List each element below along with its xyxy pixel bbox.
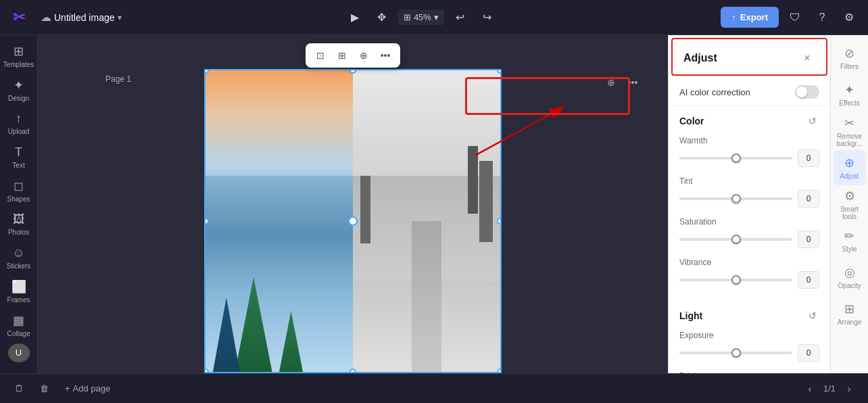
add-page-icon-button[interactable]: 🗒: [11, 381, 28, 396]
far-right-item-smart-tools[interactable]: ⚙ Smart tools: [834, 187, 866, 222]
collage-icon: ▦: [13, 313, 24, 328]
crop-button[interactable]: ⊡: [311, 46, 330, 65]
exposure-track[interactable]: [679, 352, 792, 354]
far-right-item-filters[interactable]: ⊘ Filters: [834, 41, 866, 76]
adjust-label: Adjust: [840, 172, 859, 180]
add-page-button[interactable]: + Add page: [61, 381, 114, 396]
vibrance-value[interactable]: 0: [798, 271, 819, 289]
far-right-item-arrange[interactable]: ⊞ Arrange: [834, 296, 866, 331]
toggle-knob: [796, 87, 807, 97]
far-right-item-effects[interactable]: ✦ Effects: [834, 77, 866, 112]
handle-middle-right[interactable]: [497, 218, 502, 224]
canvas-area[interactable]: ⊡ ⊞ ⊕ ••• Page 1 ⊕ •••: [38, 35, 668, 373]
delete-page-button[interactable]: 🗑: [36, 381, 53, 396]
saturation-track[interactable]: [679, 238, 792, 241]
redo-button[interactable]: ↪: [477, 7, 498, 28]
sidebar-item-design[interactable]: ✦ Design: [3, 74, 35, 105]
warmth-control: 0: [679, 149, 819, 167]
zoom-chevron-icon: ▾: [434, 12, 439, 22]
help-button[interactable]: ?: [811, 7, 833, 28]
export-button[interactable]: ↑ Export: [721, 7, 779, 28]
style-icon: ✏: [844, 229, 854, 243]
remove-bg-icon: ✂: [844, 116, 854, 131]
handle-bottom-left[interactable]: [204, 369, 209, 373]
handle-bottom-middle[interactable]: [349, 369, 356, 373]
sidebar-item-photos[interactable]: 🖼 Photos: [3, 209, 35, 240]
page-add-icon: 🗒: [15, 383, 24, 394]
color-reset-button[interactable]: ↺: [806, 114, 819, 128]
sidebar-item-collage[interactable]: ▦ Collage: [3, 310, 35, 341]
saturation-control: 0: [679, 231, 819, 248]
sidebar-item-shapes[interactable]: ◻ Shapes: [3, 175, 35, 206]
far-right-item-style[interactable]: ✏ Style: [834, 223, 866, 258]
saturation-label: Saturation: [679, 217, 819, 227]
grid-icon: ⊞: [404, 12, 411, 22]
canvas-more-button[interactable]: •••: [625, 74, 641, 91]
ai-color-toggle[interactable]: [795, 85, 819, 99]
saturation-thumb[interactable]: [731, 235, 741, 244]
sidebar-item-frames[interactable]: ⬜ Frames: [3, 276, 35, 307]
settings-button[interactable]: ⚙: [838, 7, 860, 28]
tint-thumb[interactable]: [731, 194, 741, 204]
warmth-slider-row: Warmth 0: [669, 133, 830, 174]
warmth-thumb[interactable]: [731, 153, 741, 163]
canvas-expand-button[interactable]: ⊕: [603, 74, 619, 91]
adjust-icon: ⊕: [844, 156, 854, 170]
more-button[interactable]: •••: [376, 46, 395, 65]
saturation-slider-row: Saturation 0: [669, 214, 830, 255]
exposure-thumb[interactable]: [731, 348, 741, 358]
effects-label: Effects: [839, 99, 859, 107]
zoom-control[interactable]: ⊞ 45% ▾: [398, 9, 444, 25]
shield-button[interactable]: 🛡: [784, 7, 806, 28]
page-nav-next-button[interactable]: ›: [841, 381, 857, 397]
duplicate-button[interactable]: ⊕: [354, 46, 373, 65]
sidebar-item-templates-label: Templates: [3, 61, 34, 68]
canvas-frame[interactable]: ↻: [204, 69, 502, 373]
saturation-value[interactable]: 0: [798, 231, 819, 248]
tint-track[interactable]: [679, 197, 792, 200]
warmth-value[interactable]: 0: [798, 149, 819, 167]
document-title[interactable]: Untitled image: [54, 12, 115, 23]
opacity-icon: ◎: [844, 265, 855, 280]
app-logo: ✂: [8, 7, 30, 28]
vibrance-control: 0: [679, 271, 819, 289]
add-icon: +: [65, 383, 70, 394]
sidebar-item-text-label: Text: [12, 162, 24, 169]
canvas-top-right-buttons: ⊕ •••: [603, 74, 641, 91]
title-chevron-icon[interactable]: ▾: [118, 13, 122, 22]
topbar-center-tools: ▶ ✥ ⊞ 45% ▾ ↩ ↪: [127, 7, 716, 28]
handle-top-right[interactable]: [497, 69, 502, 74]
sidebar-item-upload[interactable]: ↑ Upload: [3, 108, 35, 139]
exposure-value[interactable]: 0: [798, 344, 819, 362]
far-right-item-remove-bg[interactable]: ✂ Remove backgr...: [834, 114, 866, 149]
filters-label: Filters: [840, 63, 859, 70]
user-avatar[interactable]: U: [8, 343, 30, 362]
play-button[interactable]: ▶: [344, 7, 366, 28]
undo-button[interactable]: ↩: [450, 7, 471, 28]
sidebar-item-stickers[interactable]: ☺ Stickers: [3, 243, 35, 274]
left-sidebar: ⊞ Templates ✦ Design ↑ Upload T Text ◻ S…: [0, 35, 38, 373]
sidebar-item-templates[interactable]: ⊞ Templates: [3, 41, 35, 72]
logo-icon: ✂: [13, 9, 25, 26]
grid-button[interactable]: ⊞: [333, 46, 352, 65]
light-section-header: Light ↺: [669, 301, 830, 328]
style-label: Style: [842, 245, 857, 253]
warmth-track[interactable]: [679, 157, 792, 160]
far-right-item-adjust[interactable]: ⊕ Adjust: [834, 150, 866, 185]
far-right-item-opacity[interactable]: ◎ Opacity: [834, 260, 866, 295]
cursor-tool-button[interactable]: ✥: [371, 7, 393, 28]
sidebar-item-text[interactable]: T Text: [3, 141, 35, 172]
main-area: ⊞ Templates ✦ Design ↑ Upload T Text ◻ S…: [0, 35, 868, 373]
page-nav-prev-button[interactable]: ‹: [802, 381, 818, 397]
adjust-close-button[interactable]: ×: [799, 50, 815, 66]
vibrance-fill: [679, 279, 736, 281]
saturation-fill: [679, 238, 736, 241]
light-reset-button[interactable]: ↺: [806, 309, 819, 323]
title-area: ☁ Untitled image ▾: [41, 11, 122, 24]
handle-bottom-right[interactable]: [497, 369, 502, 373]
vibrance-thumb[interactable]: [731, 275, 741, 285]
tint-value[interactable]: 0: [798, 190, 819, 208]
vibrance-track[interactable]: [679, 279, 792, 281]
handle-center[interactable]: [348, 216, 358, 226]
design-icon: ✦: [14, 78, 24, 93]
